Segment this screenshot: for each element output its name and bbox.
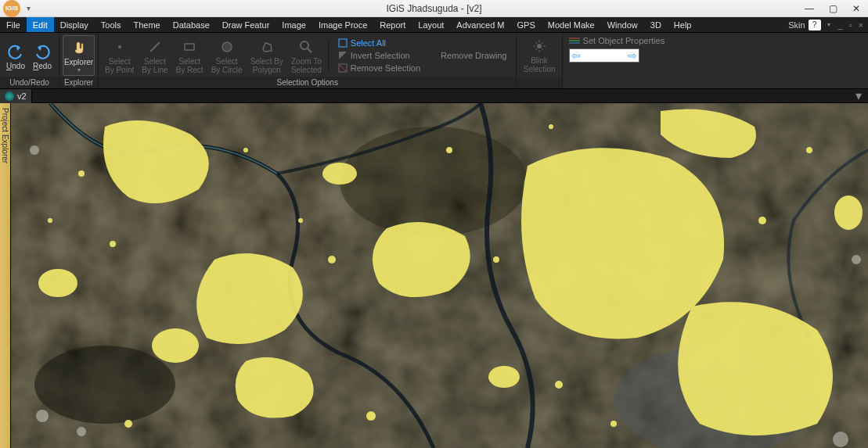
invert-selection-label: Invert Selection — [351, 51, 410, 60]
select-by-circle-button[interactable]: SelectBy Circle — [208, 35, 246, 76]
ribbon-group-blink: BlinkSelection — [517, 33, 562, 88]
svg-point-25 — [243, 148, 248, 152]
svg-point-24 — [78, 170, 85, 177]
remove-selection-label: Remove Selection — [351, 63, 420, 73]
qat-dropdown-icon[interactable]: ▾ — [23, 4, 34, 13]
menu-layout[interactable]: Layout — [412, 17, 450, 32]
remove-selection-button[interactable]: Remove Selection — [338, 63, 420, 73]
map-viewport[interactable] — [11, 103, 868, 448]
ribbon-close-button[interactable]: × — [857, 20, 865, 30]
workspace: Project Explorer — [0, 103, 868, 448]
slider-left-button[interactable]: ⇦ — [570, 49, 582, 62]
svg-point-29 — [610, 421, 617, 427]
svg-point-0 — [118, 45, 121, 48]
blink-selection-label: BlinkSelection — [523, 56, 555, 73]
svg-point-4 — [301, 41, 308, 49]
svg-point-19 — [38, 269, 77, 297]
ribbon-restore-button[interactable]: ▫ — [848, 20, 854, 30]
svg-point-35 — [298, 218, 303, 223]
svg-point-20 — [322, 163, 357, 185]
app-logo: IGiS — [3, 0, 20, 17]
menu-edit[interactable]: Edit — [27, 17, 54, 32]
select-by-point-button[interactable]: SelectBy Point — [102, 35, 137, 76]
zoom-to-selected-button[interactable]: Zoom ToSelected — [288, 35, 325, 76]
menu-file[interactable]: File — [0, 17, 27, 32]
point-icon — [113, 40, 127, 54]
circle-icon — [220, 40, 234, 54]
ribbon-minimize-button[interactable]: _ — [837, 20, 845, 30]
menu-help[interactable]: Help — [668, 17, 698, 32]
ribbon-group-setobj: Set Object Properties ⇦ ⇨ — [563, 33, 672, 88]
ribbon-group-explorer: Explorer ▾ Explorer — [59, 33, 99, 88]
svg-line-1 — [150, 42, 160, 52]
svg-point-40 — [77, 427, 86, 436]
explorer-button[interactable]: Explorer ▾ — [63, 35, 95, 76]
tab-label: v2 — [17, 91, 27, 101]
menu-display[interactable]: Display — [54, 17, 95, 32]
svg-point-9 — [537, 44, 542, 48]
svg-point-28 — [555, 381, 563, 389]
svg-point-41 — [833, 432, 848, 447]
menu-gps[interactable]: GPS — [511, 17, 542, 32]
menu-database[interactable]: Database — [167, 17, 216, 32]
menu-theme[interactable]: Theme — [127, 17, 166, 32]
select-by-point-label: SelectBy Point — [105, 57, 134, 74]
svg-point-43 — [852, 255, 861, 264]
svg-point-36 — [493, 256, 499, 263]
menu-advanced-m[interactable]: Advanced M — [450, 17, 510, 32]
hand-icon — [70, 39, 88, 56]
invert-selection-button[interactable]: Invert Selection — [338, 51, 420, 60]
select-by-circle-label: SelectBy Circle — [211, 57, 243, 74]
svg-point-3 — [222, 42, 232, 52]
ribbon-toolbar: UUndondo RRedoedo Undo/Redo Explorer ▾ E… — [0, 33, 868, 89]
remove-drawing-label: Remove Drawing — [441, 51, 506, 60]
selection-group-label: Selection Options — [99, 77, 516, 88]
svg-point-37 — [549, 124, 553, 129]
tab-v2[interactable]: v2 — [0, 89, 32, 103]
close-button[interactable]: ✕ — [845, 0, 868, 17]
globe-icon — [5, 91, 14, 101]
undoredo-group-label: Undo/Redo — [0, 77, 59, 88]
explorer-label: Explorer — [64, 58, 93, 66]
slider-right-button[interactable]: ⇨ — [626, 49, 639, 62]
select-by-polygon-button[interactable]: Select ByPolygon — [247, 35, 286, 76]
select-all-button[interactable]: Select All — [338, 38, 420, 48]
undo-button[interactable]: UUndondo — [3, 40, 28, 72]
menu-image-process[interactable]: Image Proce — [312, 17, 373, 32]
select-all-icon — [338, 38, 348, 48]
help-button[interactable]: ? — [809, 20, 821, 30]
project-explorer-panel[interactable]: Project Explorer — [0, 103, 11, 448]
skin-label: Skin — [788, 20, 805, 30]
ribbon-group-selection: SelectBy Point SelectBy Line SelectBy Re… — [99, 33, 517, 88]
redo-button[interactable]: RRedoedo — [30, 40, 55, 72]
svg-point-16 — [34, 346, 175, 424]
blink-icon — [531, 38, 547, 54]
menu-report[interactable]: Report — [373, 17, 412, 32]
document-tabstrip: v2 ▾ — [0, 89, 868, 103]
skin-dropdown-icon[interactable]: ▾ — [824, 21, 834, 28]
svg-point-27 — [446, 147, 452, 153]
line-icon — [148, 40, 162, 54]
remove-drawing-button[interactable]: Remove Drawing — [441, 51, 506, 60]
explorer-group-label: Explorer — [59, 77, 98, 88]
invert-icon — [338, 51, 348, 60]
zoom-to-selected-label: Zoom ToSelected — [291, 57, 322, 74]
select-by-line-button[interactable]: SelectBy Line — [139, 35, 171, 76]
minimize-button[interactable]: — — [798, 0, 821, 17]
menu-draw-feature[interactable]: Draw Featur — [216, 17, 276, 32]
svg-point-42 — [30, 145, 39, 155]
opacity-slider[interactable]: ⇦ ⇨ — [569, 48, 639, 63]
menu-model-make[interactable]: Model Make — [542, 17, 601, 32]
menu-image[interactable]: Image — [276, 17, 312, 32]
slider-track[interactable] — [582, 49, 626, 62]
select-by-rect-button[interactable]: SelectBy Rect — [173, 35, 207, 76]
tab-menu-button[interactable]: ▾ — [852, 90, 865, 102]
svg-point-39 — [36, 410, 49, 422]
zoom-icon — [298, 39, 314, 55]
menu-tools[interactable]: Tools — [95, 17, 128, 32]
blink-selection-button[interactable]: BlinkSelection — [520, 34, 558, 75]
menu-3d[interactable]: 3D — [644, 17, 668, 32]
menu-window[interactable]: Window — [601, 17, 644, 32]
maximize-button[interactable]: ▢ — [821, 0, 845, 17]
svg-point-30 — [124, 420, 132, 428]
